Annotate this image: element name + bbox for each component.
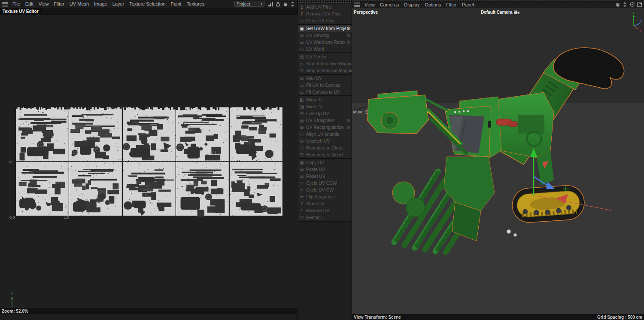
gear-icon[interactable]: ⚙	[346, 33, 352, 38]
command-label: UV Peeler	[305, 54, 352, 59]
command-cycle-uv-cw[interactable]: ↻Cycle UV CW	[298, 186, 352, 193]
command-label: Line Up UV	[305, 111, 352, 116]
axis-y-label: Y	[632, 11, 635, 15]
command-label: UV Rectangularize	[305, 125, 346, 130]
menu-cameras[interactable]: Cameras	[377, 2, 402, 7]
command-set-uvw-from-projection[interactable]: ▣Set UVW from Projection⚙	[298, 25, 352, 32]
panel-grip[interactable]	[298, 0, 352, 3]
viewport-menubar: ViewCamerasDisplayOptionsFilterPanel	[352, 0, 644, 8]
command-max-uv[interactable]: ⊠Max UV	[298, 75, 352, 82]
command-align-uv-islands[interactable]: ◫Align UV Islands	[298, 131, 352, 137]
uv-grid-label-u1: 1,0	[64, 215, 70, 219]
zoom-status: Zoom: 52.0%	[2, 309, 28, 314]
command-uv-weld-and-relax[interactable]: ⊞UV Weld and Relax⚙	[298, 39, 352, 46]
command-mirror-u[interactable]: ◧Mirror U	[298, 96, 352, 103]
mirror-u-icon: ◧	[299, 98, 305, 102]
command-group: ▣Copy UV▤Paste UV⊠Reset UV↺Cycle UV CCW↻…	[298, 159, 352, 222]
command-remove-uv-pins[interactable]: ↧Remove UV Pins	[298, 10, 352, 17]
command-boundary-to-quad[interactable]: ⊞Boundary to Quad	[298, 151, 352, 158]
menu-edit[interactable]: Edit	[23, 1, 36, 6]
tab-texture-uv-editor[interactable]: Texture UV Editor	[0, 8, 43, 14]
hamburger-menu-icon[interactable]	[354, 3, 360, 7]
command-group: ◧Mirror U◨Mirror V⊟Line Up UV▤UV Straigh…	[298, 96, 352, 159]
uv-islands-canvas[interactable]	[0, 15, 298, 314]
command-uv-straighten[interactable]: ▤UV Straighten⚙	[298, 117, 352, 124]
menu-textures[interactable]: Textures	[184, 1, 207, 6]
panel-grip[interactable]	[352, 0, 620, 2]
store-icon: ↧	[299, 201, 305, 206]
gear-icon[interactable]: ⚙	[346, 118, 352, 123]
lock-icon[interactable]	[275, 1, 281, 7]
command-store-uv[interactable]: ↧Store UV	[298, 200, 352, 207]
menu-image[interactable]: Image	[91, 1, 110, 6]
menu-texture-selection[interactable]: Texture Selection	[127, 1, 168, 6]
menu-view[interactable]: View	[362, 2, 377, 7]
menu-file[interactable]: File	[10, 1, 23, 6]
command-uv-peeler[interactable]: ▤UV Peeler	[298, 53, 352, 60]
pin-remove-icon: ↧	[299, 12, 305, 16]
viewport-toolbar	[614, 1, 642, 7]
command-unstitch-uv[interactable]: ▥Unstitch UV	[298, 137, 352, 144]
maximize-view-icon[interactable]	[636, 1, 642, 7]
command-copy-uv[interactable]: ▣Copy UV	[298, 159, 352, 166]
command-mirror-v[interactable]: ◨Mirror V	[298, 103, 352, 110]
crawler-track	[511, 184, 585, 224]
hamburger-menu-icon[interactable]	[2, 2, 8, 6]
harvester-model[interactable]	[352, 8, 644, 314]
command-start-interactive-mapping[interactable]: ▷Start Interactive Mapping	[298, 60, 352, 67]
command-add-uv-pins[interactable]: ↥Add UV Pins	[298, 3, 352, 10]
command-fit-canvas-to-uv[interactable]: ⊞Fit Canvas to UV	[298, 88, 352, 95]
gear-icon[interactable]: ⚙	[346, 40, 352, 45]
pan-hand-icon[interactable]	[282, 1, 288, 7]
menu-layer[interactable]: Layer	[110, 1, 127, 6]
command-uv-rectangularize[interactable]: ▦UV Rectangularize⚙	[298, 124, 352, 131]
zoom-dolly-icon[interactable]	[289, 1, 295, 7]
command-fit-uv-to-canvas[interactable]: ⊡Fit UV to Canvas	[298, 82, 352, 88]
command-remap[interactable]: ⊡Remap...	[298, 214, 352, 221]
command-stop-interactive-mapping[interactable]: ⊘Stop Interactive Mapping	[298, 67, 352, 74]
command-boundary-to-circle[interactable]: ⊙Boundary to Circle	[298, 144, 352, 151]
menu-uv-mesh[interactable]: UV Mesh	[67, 1, 91, 6]
pan-hand-icon[interactable]	[614, 1, 620, 7]
menu-view[interactable]: View	[36, 1, 52, 6]
command-reset-uv[interactable]: ⊠Reset UV	[298, 173, 352, 180]
line-up-icon: ⊟	[299, 111, 305, 116]
viewport-menu-items: ViewCamerasDisplayOptionsFilterPanel	[362, 2, 477, 7]
command-label: Stop Interactive Mapping	[305, 68, 352, 73]
menu-paint[interactable]: Paint	[168, 1, 184, 6]
uv-canvas-area[interactable]: 0,1 0,0 1,0 V U Zoom: 52.0%	[0, 15, 298, 314]
project-dropdown[interactable]: Project ▾	[234, 1, 264, 7]
menu-filter[interactable]: Filter	[51, 1, 67, 6]
command-paste-uv[interactable]: ▤Paste UV	[298, 166, 352, 173]
menu-options[interactable]: Options	[422, 2, 444, 7]
command-flip-sequence[interactable]: ⇄Flip Sequence	[298, 193, 352, 200]
command-group: ▣Set UVW from Projection⚙⊟UV Unwrap⚙⊞UV …	[298, 25, 352, 53]
unwrap-icon: ⊟	[299, 33, 305, 38]
command-uv-weld[interactable]: ◫UV Weld	[298, 46, 352, 52]
viewport-statusbar: View Transform: Scene Grid Spacing : 500…	[352, 314, 644, 320]
command-clear-uv-pins[interactable]: ×Clear UV Pins	[298, 17, 352, 24]
command-cycle-uv-ccw[interactable]: ↺Cycle UV CCW	[298, 180, 352, 186]
zoom-dolly-icon[interactable]	[622, 1, 628, 7]
command-label: Cycle UV CCW	[305, 180, 352, 186]
menu-filter[interactable]: Filter	[444, 2, 459, 7]
menu-display[interactable]: Display	[401, 2, 422, 7]
command-label: Reset UV	[305, 174, 352, 179]
world-axis-gizmo: Y Z X	[628, 11, 642, 33]
command-uv-unwrap[interactable]: ⊟UV Unwrap⚙	[298, 32, 352, 39]
gear-icon[interactable]: ⚙	[346, 26, 352, 31]
viewport-3d[interactable]: Perspective Default Camera Move	[352, 8, 644, 314]
command-label: Paste UV	[305, 167, 352, 172]
copy-icon: ▣	[299, 160, 305, 165]
gear-icon[interactable]: ⚙	[346, 125, 352, 130]
menu-panel[interactable]: Panel	[459, 2, 477, 7]
command-line-up-uv[interactable]: ⊟Line Up UV	[298, 110, 352, 117]
orbit-rotate-icon[interactable]	[629, 1, 635, 7]
command-restore-uv[interactable]: ↥Restore UV	[298, 207, 352, 214]
uv-grid-label-origin: 0,0	[9, 215, 15, 219]
axis-z-label: Z	[640, 19, 642, 23]
command-label: Align UV Islands	[305, 131, 352, 137]
max-uv-icon: ⊠	[299, 76, 305, 81]
histogram-icon[interactable]	[267, 1, 273, 7]
command-label: Restore UV	[305, 208, 352, 213]
